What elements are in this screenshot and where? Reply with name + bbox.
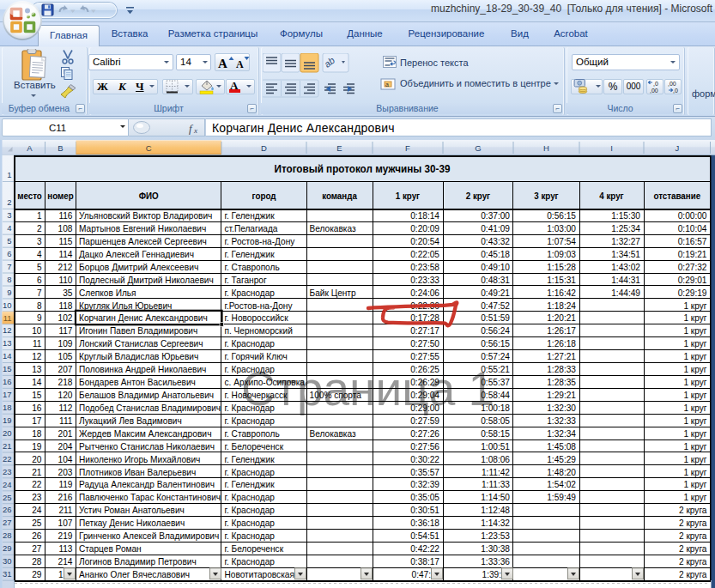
svg-text:0:27:17: 0:27:17 [410, 325, 439, 336]
svg-text:0:55:21: 0:55:21 [481, 364, 510, 374]
svg-text:2 круга: 2 круга [679, 518, 707, 528]
svg-text:1:16:42: 1:16:42 [547, 288, 576, 298]
svg-text:0:16:57: 0:16:57 [678, 236, 707, 246]
svg-text:1: 1 [37, 210, 42, 221]
svg-text:1: 1 [58, 569, 64, 579]
svg-text:104: 104 [58, 454, 73, 464]
svg-text:B: B [58, 143, 63, 153]
svg-text:211: 211 [58, 505, 72, 515]
svg-text:г. Геленджик: г. Геленджик [225, 454, 275, 464]
svg-text:21: 21 [3, 441, 12, 451]
svg-text:1 круг: 1 круг [683, 338, 706, 349]
svg-text:22: 22 [3, 454, 12, 464]
svg-text:27: 27 [32, 543, 41, 554]
svg-text:0:27:59: 0:27:59 [410, 415, 439, 426]
svg-text:a: a [385, 82, 389, 88]
svg-text:218: 218 [58, 377, 73, 387]
svg-text:0:51:59: 0:51:59 [481, 312, 510, 323]
svg-text:8: 8 [7, 275, 11, 284]
svg-text:19: 19 [3, 415, 12, 425]
svg-text:Радуца Александр Валентинович: Радуца Александр Валентинович [79, 479, 215, 489]
svg-text:1:39:: 1:39: [482, 569, 502, 579]
svg-text:город: город [252, 191, 276, 201]
svg-text:x: x [193, 126, 197, 135]
svg-text:102: 102 [58, 312, 73, 323]
svg-text:Лукацкий Лев Вадимович: Лукацкий Лев Вадимович [79, 415, 182, 426]
svg-text:Старцев Роман: Старцев Роман [79, 543, 142, 554]
svg-text:6: 6 [7, 249, 11, 258]
svg-text:2 круга: 2 круга [679, 556, 707, 567]
svg-text:0:24:06: 0:24:06 [410, 288, 439, 298]
svg-text:11: 11 [33, 338, 42, 349]
svg-text:1:23:53: 1:23:53 [481, 530, 510, 541]
svg-text:1:28:35: 1:28:35 [547, 377, 576, 387]
svg-text:1:20:21: 1:20:21 [547, 312, 576, 323]
svg-text:1 круг: 1 круг [683, 403, 706, 413]
svg-text:26: 26 [32, 530, 41, 541]
svg-text:4 круг: 4 круг [599, 191, 624, 201]
svg-text:216: 216 [58, 492, 73, 502]
svg-text:Дацко Алексей Геннадиевич: Дацко Алексей Геннадиевич [79, 249, 194, 259]
svg-text:1:14:50: 1:14:50 [481, 492, 510, 502]
svg-text:1:45:08: 1:45:08 [547, 441, 576, 452]
svg-text:г. Краснодар: г. Краснодар [225, 288, 275, 298]
svg-text:207: 207 [58, 364, 73, 374]
svg-text:A: A [27, 143, 33, 153]
svg-text:H: H [543, 143, 549, 153]
svg-text:21: 21 [32, 467, 41, 477]
svg-text:214: 214 [58, 556, 73, 567]
svg-text:1 круг: 1 круг [683, 454, 706, 464]
svg-text:14: 14 [32, 377, 41, 387]
svg-text:Круглый Владислав Юрьевич: Круглый Владислав Юрьевич [79, 351, 198, 361]
svg-text:1:29:21: 1:29:21 [547, 390, 576, 400]
svg-text:1:43:02: 1:43:02 [611, 262, 640, 272]
svg-text:0:23:58: 0:23:58 [410, 262, 439, 272]
svg-text:г. Белореченск: г. Белореченск [225, 543, 284, 554]
svg-text:0:29:00: 0:29:00 [410, 403, 439, 413]
svg-text:,0: ,0 [673, 88, 678, 94]
svg-text:1:25:34: 1:25:34 [611, 223, 640, 233]
svg-text:0:45:18: 0:45:18 [481, 249, 510, 259]
svg-text:1:54:02: 1:54:02 [547, 479, 576, 489]
svg-text:C: C [146, 143, 152, 153]
svg-text:18: 18 [32, 428, 41, 439]
svg-text:1 круг: 1 круг [683, 479, 706, 489]
svg-text:201: 201 [58, 428, 73, 439]
svg-text:0:27:55: 0:27:55 [410, 351, 439, 361]
svg-text:I: I [610, 143, 613, 153]
svg-text:,00: ,00 [668, 81, 676, 87]
svg-text:1:12:48: 1:12:48 [481, 505, 510, 515]
svg-text:13: 13 [3, 338, 12, 348]
svg-text:3 круг: 3 круг [534, 191, 559, 201]
svg-text:Корчагин Денис Александрович: Корчагин Денис Александрович [79, 312, 208, 323]
svg-text:0:42:22: 0:42:22 [410, 543, 439, 554]
svg-text:17: 17 [3, 390, 12, 399]
svg-text:12: 12 [32, 351, 41, 361]
svg-text:0:57:24: 0:57:24 [481, 351, 510, 361]
svg-text:Слепков Илья: Слепков Илья [79, 288, 136, 298]
svg-text:команда: команда [322, 191, 357, 201]
svg-text:204: 204 [58, 441, 73, 452]
svg-text:Николенко Игорь Михайлович: Николенко Игорь Михайлович [79, 454, 200, 464]
svg-text:0:00:00: 0:00:00 [678, 210, 707, 221]
svg-text:2: 2 [7, 197, 11, 207]
svg-text:J: J [675, 143, 679, 153]
svg-text:31: 31 [3, 569, 12, 579]
svg-text:1:15:30: 1:15:30 [611, 210, 640, 221]
svg-text:0:27:50: 0:27:50 [410, 338, 439, 349]
svg-text:14: 14 [3, 351, 12, 361]
svg-text:Жердев Максим Александрович: Жердев Максим Александрович [79, 428, 212, 439]
svg-text:4: 4 [7, 223, 11, 233]
svg-text:0:29:04: 0:29:04 [410, 390, 439, 400]
svg-text:7: 7 [7, 262, 11, 271]
svg-text:г. Ростов-на-Дону: г. Ростов-на-Дону [225, 236, 295, 246]
svg-text:Велокавказ: Велокавказ [310, 223, 356, 233]
svg-text:D: D [261, 143, 267, 153]
svg-text:Рытченко Станислав Николаевич: Рытченко Станислав Николаевич [79, 441, 215, 452]
svg-text:г. Ставрополь: г. Ставрополь [225, 262, 280, 272]
svg-text:7: 7 [37, 288, 42, 298]
svg-text:0:18:14: 0:18:14 [410, 210, 439, 221]
svg-text:Подобед Станислав Владимирович: Подобед Станислав Владимирович [79, 403, 221, 413]
svg-text:ФИО: ФИО [139, 191, 159, 201]
svg-text:0:54:51: 0:54:51 [410, 530, 439, 541]
